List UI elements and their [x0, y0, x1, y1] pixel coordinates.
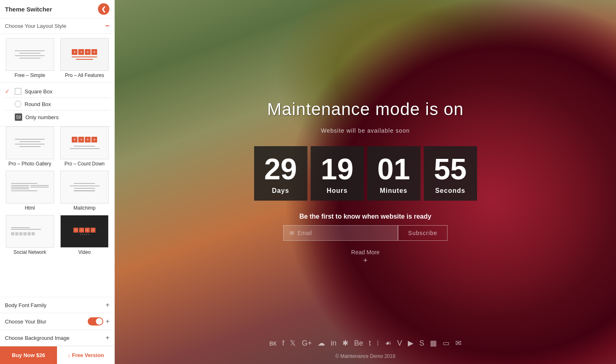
layout-label-pro-count-down: Pro – Count Down	[64, 161, 105, 167]
social-icon-twitter[interactable]: 𝕏	[290, 339, 296, 348]
body-font-family-row[interactable]: Body Font Family +	[0, 297, 114, 313]
thumb-line	[15, 50, 45, 51]
social-icon-soundcloud[interactable]: ☁	[318, 339, 325, 348]
social-icon-linkedin[interactable]: in	[331, 339, 336, 348]
settings-section: Body Font Family + Choose Your Blur + Ch…	[0, 297, 114, 346]
thumb-countdown-boxes2: 9 3 5 9	[72, 137, 97, 142]
social-icon-vimeo[interactable]: V	[397, 339, 402, 348]
countdown-days-value: 29	[264, 154, 297, 184]
style-options: ✓ Square Box Round Box 59 Only numbers	[0, 82, 114, 127]
plus-icon: +	[106, 301, 109, 309]
read-more[interactable]: Read More +	[351, 249, 380, 265]
sidebar: Theme Switcher ❮ Choose Your Layout Styl…	[0, 0, 115, 364]
style-option-only-numbers[interactable]: 59 Only numbers	[5, 111, 109, 123]
collapse-icon[interactable]: −	[105, 22, 109, 30]
countdown: 29 Days 19 Hours 01 Minutes 55 Seconds	[254, 146, 477, 201]
main-subtitle: Website will be available soon	[321, 127, 410, 134]
social-icon-vk[interactable]: вк	[269, 339, 276, 348]
layout-thumb-pro-count-down: 9 3 5 9	[60, 127, 109, 159]
sidebar-title: Theme Switcher	[5, 6, 52, 13]
layout-label-free-simple: Free – Simple	[14, 72, 45, 78]
layout-label-html: Html	[25, 205, 35, 211]
social-icon-google-plus[interactable]: G+	[302, 339, 312, 348]
only-numbers-badge: 59	[15, 113, 22, 121]
buy-now-button[interactable]: Buy Now $26	[0, 346, 57, 364]
social-icon-facebook[interactable]: f	[282, 339, 284, 348]
countdown-seconds-value: 55	[434, 154, 466, 184]
email-input-wrap: ✉	[283, 225, 398, 241]
copyright: © Maintenance Demo 2018	[335, 353, 395, 359]
layout-grid-row3: Html Mailchimp	[0, 171, 114, 215]
layout-label-mailchimp: Mailchimp	[73, 205, 95, 211]
countdown-days: 29 Days	[254, 146, 307, 201]
blur-toggle[interactable]	[88, 317, 103, 326]
countdown-days-label: Days	[272, 187, 289, 194]
layout-grid-row1: Free – Simple 9 3 5 9 Pro – All Features	[0, 34, 114, 82]
social-icon-email[interactable]: ✉	[455, 339, 461, 348]
subscribe-button[interactable]: Subscribe	[398, 225, 448, 241]
email-section: Be the first to know when website is rea…	[283, 213, 448, 241]
main-content: Maintenance mode is on Website will be a…	[115, 0, 616, 364]
social-icon-foursquare[interactable]: ▭	[443, 339, 450, 348]
layout-item-video[interactable]: 9 3 5 9 Video	[59, 215, 111, 255]
main-title: Maintenance mode is on	[267, 99, 464, 119]
thumb-countdown-boxes: 9 3 5 9	[72, 49, 97, 55]
layout-thumb-free-simple	[6, 38, 54, 71]
free-version-button[interactable]: ↓ Free Version	[57, 346, 114, 364]
layout-thumb-social-network	[6, 215, 54, 248]
layout-thumb-html	[6, 171, 54, 203]
square-box-checkbox[interactable]	[15, 88, 21, 95]
thumb-line	[15, 144, 45, 145]
choose-blur-row[interactable]: Choose Your Blur +	[0, 313, 114, 330]
social-icon-tumblr[interactable]: t	[369, 339, 371, 348]
layout-label-video: Video	[78, 249, 91, 255]
countdown-hours: 19 Hours	[311, 146, 364, 201]
layout-item-pro-all-features[interactable]: 9 3 5 9 Pro – All Features	[59, 38, 111, 78]
layout-item-social-network[interactable]: Social Network	[4, 215, 56, 255]
email-icon: ✉	[289, 230, 294, 236]
choose-background-image-row[interactable]: Choose Background Image +	[0, 330, 114, 346]
checkmark-icon: ✓	[5, 88, 11, 95]
countdown-minutes-value: 01	[377, 154, 410, 184]
layout-thumb-video: 9 3 5 9	[60, 215, 109, 248]
layout-item-mailchimp[interactable]: Mailchimp	[59, 171, 111, 211]
email-input[interactable]	[298, 230, 392, 236]
social-icon-pinterest[interactable]: ☙	[385, 339, 391, 348]
read-more-plus-icon: +	[363, 256, 368, 265]
layout-grid-row4: Social Network 9 3 5 9 Video	[0, 215, 114, 259]
layout-label-pro-all-features: Pro – All Features	[65, 72, 104, 78]
social-icon-youtube[interactable]: ▶	[408, 339, 414, 348]
thumb-line	[19, 53, 41, 54]
plus-icon: +	[106, 334, 109, 341]
layout-item-free-simple[interactable]: Free – Simple	[4, 38, 56, 78]
social-icon-flickr[interactable]: ⁝	[377, 339, 379, 348]
layout-item-pro-count-down[interactable]: 9 3 5 9 Pro – Count Down	[59, 127, 111, 167]
social-icon-instagram[interactable]: ▦	[430, 339, 437, 348]
sidebar-close-button[interactable]: ❮	[98, 3, 109, 15]
social-icons-row: вк f 𝕏 G+ ☁ in ✱ Be t ⁝ ☙ V ▶ S ▦ ▭ ✉	[269, 339, 461, 348]
countdown-hours-label: Hours	[327, 187, 348, 194]
bottom-buttons: Buy Now $26 ↓ Free Version	[0, 346, 114, 364]
layout-section-header: Choose Your Layout Style −	[0, 18, 114, 34]
round-box-radio[interactable]	[15, 101, 21, 107]
layout-label-social-network: Social Network	[14, 249, 46, 255]
layout-thumb-pro-photo-gallery	[6, 127, 54, 159]
thumb-line	[19, 141, 41, 142]
thumb-line	[19, 58, 41, 59]
style-option-round-box[interactable]: Round Box	[5, 99, 109, 109]
thumb-line	[15, 55, 45, 56]
social-icon-skype[interactable]: S	[419, 339, 424, 348]
layout-item-html[interactable]: Html	[4, 171, 56, 211]
style-option-square-box[interactable]: ✓ Square Box	[5, 86, 109, 97]
layout-thumb-pro-all-features: 9 3 5 9	[60, 38, 109, 71]
layout-item-pro-photo-gallery[interactable]: Pro – Photo Gallery	[4, 127, 56, 167]
social-icon-dribbble[interactable]: ✱	[342, 339, 348, 348]
thumb-line	[19, 146, 41, 147]
thumb-line	[15, 139, 45, 140]
countdown-minutes-label: Minutes	[380, 187, 407, 194]
layout-grid-row2: Pro – Photo Gallery 9 3 5 9 Pro – Count …	[0, 127, 114, 171]
sidebar-header: Theme Switcher ❮	[0, 0, 114, 18]
social-icon-behance[interactable]: Be	[354, 339, 363, 348]
email-row: ✉ Subscribe	[283, 225, 448, 241]
plus-icon: +	[106, 318, 109, 325]
